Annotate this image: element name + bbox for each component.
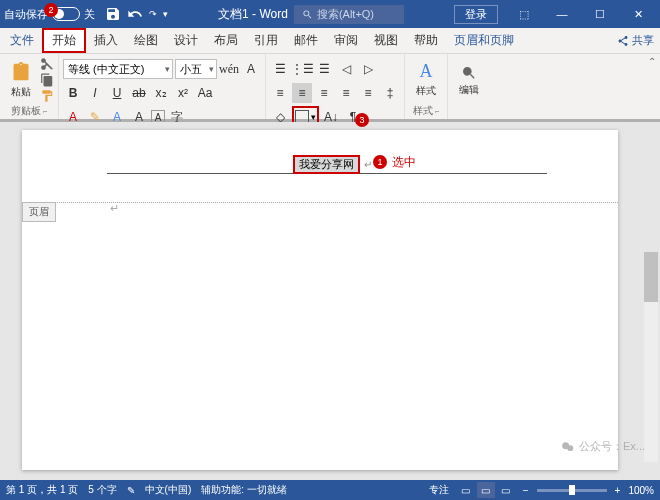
title-center: 文档1 - Word 搜索(Alt+Q) [168,5,454,24]
superscript-button[interactable]: x² [173,83,193,103]
maximize-icon[interactable]: ☐ [582,1,618,27]
redo-icon[interactable]: ↷ [149,9,157,19]
align-right-icon[interactable]: ≡ [314,83,334,103]
header-area[interactable]: 我爱分享网 ↵ [107,155,558,174]
font-size-select[interactable]: 小五 [175,59,217,79]
page[interactable]: 我爱分享网 ↵ 页眉 ↵ [22,130,618,470]
save-icon[interactable] [105,6,121,22]
bold-button[interactable]: B [63,83,83,103]
distribute-icon[interactable]: ≡ [358,83,378,103]
minimize-icon[interactable]: — [544,1,580,27]
paragraph-mark-icon: ↵ [110,202,119,215]
accessibility[interactable]: 辅助功能: 一切就绪 [201,483,287,497]
tab-help[interactable]: 帮助 [406,28,446,53]
document-title: 文档1 - Word [218,6,288,23]
italic-button[interactable]: I [85,83,105,103]
tab-mailings[interactable]: 邮件 [286,28,326,53]
strikethrough-button[interactable]: ab [129,83,149,103]
web-layout-icon[interactable]: ▭ [497,482,515,498]
group-editing: 编辑 [448,54,490,119]
status-bar: 第 1 页，共 1 页 5 个字 ✎ 中文(中国) 辅助功能: 一切就绪 专注 … [0,480,660,500]
title-bar: 自动保存 关 ↷ ▾ 文档1 - Word 搜索(Alt+Q) 登录 ⬚ — ☐… [0,0,660,28]
ribbon-tabs: 文件 开始 插入 绘图 设计 布局 引用 邮件 审阅 视图 帮助 页眉和页脚 共… [0,28,660,54]
increase-indent-icon[interactable]: ▷ [358,59,378,79]
close-icon[interactable]: ✕ [620,1,656,27]
annotation-selected-label: 选中 [392,154,416,171]
language[interactable]: 中文(中国) [145,483,192,497]
tab-design[interactable]: 设计 [166,28,206,53]
undo-icon[interactable] [127,6,143,22]
share-button[interactable]: 共享 [617,28,654,53]
multilevel-icon[interactable]: ☰ [314,59,334,79]
window-controls: 登录 ⬚ — ☐ ✕ [454,1,656,27]
group-clipboard: 粘贴 剪贴板⌐ [0,54,59,119]
grow-font-icon[interactable]: wén [219,59,239,79]
share-icon [617,35,629,47]
login-button[interactable]: 登录 [454,5,498,24]
clipboard-label: 剪贴板 [11,104,41,118]
paste-icon [11,61,31,83]
zoom-out-icon[interactable]: − [523,485,529,496]
word-count[interactable]: 5 个字 [88,483,116,497]
phonetic-guide-icon[interactable]: Aa [195,83,215,103]
find-icon [461,65,477,81]
wechat-icon [561,440,575,454]
text-predictions-icon[interactable]: ✎ [127,485,135,496]
collapse-ribbon-icon[interactable]: ⌃ [648,56,656,67]
read-mode-icon[interactable]: ▭ [457,482,475,498]
tab-file[interactable]: 文件 [0,28,42,53]
styles-btn-label: 样式 [416,84,436,98]
header-text[interactable]: 我爱分享网 [293,155,360,174]
tab-layout[interactable]: 布局 [206,28,246,53]
bullets-icon[interactable]: ☰ [270,59,290,79]
decrease-indent-icon[interactable]: ◁ [336,59,356,79]
tab-view[interactable]: 视图 [366,28,406,53]
format-painter-icon[interactable] [40,89,54,103]
zoom-level[interactable]: 100% [628,485,654,496]
dialog-launcher-icon[interactable]: ⌐ [435,107,440,116]
scrollbar-thumb[interactable] [644,252,658,302]
header-tab-label: 页眉 [22,202,56,222]
align-left-icon[interactable]: ≡ [270,83,290,103]
svg-point-1 [567,445,573,451]
justify-icon[interactable]: ≡ [336,83,356,103]
page-count[interactable]: 第 1 页，共 1 页 [6,483,78,497]
print-layout-icon[interactable]: ▭ [477,482,495,498]
tab-references[interactable]: 引用 [246,28,286,53]
font-family-select[interactable]: 等线 (中文正文) [63,59,173,79]
paste-button[interactable]: 粘贴 [4,61,38,99]
search-icon [302,9,313,20]
editing-label: 编辑 [459,83,479,97]
quick-access-toolbar: ↷ ▾ [105,6,168,22]
autosave-label: 自动保存 [4,7,48,22]
styles-label: 样式 [413,104,433,118]
group-font: 等线 (中文正文) 小五 wén A B I U ab x₂ x² Aa A ✎… [59,54,266,119]
copy-icon[interactable] [40,73,54,87]
editing-button[interactable]: 编辑 [452,65,486,97]
zoom-slider[interactable] [537,489,607,492]
zoom-in-icon[interactable]: + [615,485,621,496]
ribbon-display-icon[interactable]: ⬚ [506,1,542,27]
watermark: 公众号：Ex... [561,439,645,454]
styles-button[interactable]: A 样式 [409,61,443,98]
numbering-icon[interactable]: ⋮☰ [292,59,312,79]
change-case-icon[interactable]: A [241,59,261,79]
dialog-launcher-icon[interactable]: ⌐ [43,107,48,116]
underline-button[interactable]: U [107,83,127,103]
search-box[interactable]: 搜索(Alt+Q) [294,5,404,24]
tab-home[interactable]: 开始 [42,28,86,53]
group-styles: A 样式 样式⌐ [405,54,448,119]
tab-header-footer[interactable]: 页眉和页脚 [446,28,522,53]
subscript-button[interactable]: x₂ [151,83,171,103]
tab-draw[interactable]: 绘图 [126,28,166,53]
group-paragraph: ☰ ⋮☰ ☰ ◁ ▷ ≡ ≡ ≡ ≡ ≡ ‡ ◇ ▾ A↓ [266,54,405,119]
cut-icon[interactable] [40,57,54,71]
align-center-icon[interactable]: ≡ [292,83,312,103]
tab-insert[interactable]: 插入 [86,28,126,53]
vertical-scrollbar[interactable] [644,252,658,462]
annotation-2: 2 [44,3,58,17]
focus-mode[interactable]: 专注 [429,483,449,497]
document-area: 我爱分享网 ↵ 页眉 ↵ 1 选中 公众号：Ex... [0,122,660,482]
tab-review[interactable]: 审阅 [326,28,366,53]
line-spacing-icon[interactable]: ‡ [380,83,400,103]
